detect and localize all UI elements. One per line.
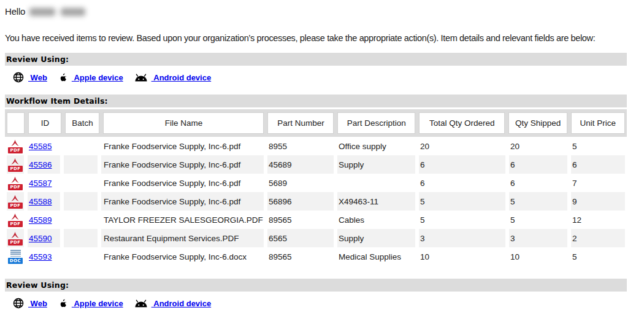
- acrobat-glyph: [10, 139, 20, 147]
- pdf-badge: PDF: [8, 166, 22, 172]
- batch-cell: [64, 229, 98, 247]
- icon-cell: PDF: [7, 192, 24, 211]
- total-qty-ordered-cell: 5: [419, 211, 505, 229]
- android-device-link[interactable]: Android device: [151, 299, 212, 308]
- review-links-row-bottom: Web Apple device Android device: [5, 296, 627, 311]
- icon-cell: DOC: [7, 247, 24, 266]
- acrobat-glyph: [10, 213, 20, 220]
- intro-text: You have received items to review. Based…: [5, 33, 627, 43]
- total-qty-ordered-cell: 20: [419, 137, 505, 155]
- part-number-cell: 89565: [267, 247, 334, 266]
- table-row: PDF45588Franke Foodservice Supply, Inc-6…: [5, 192, 627, 211]
- item-id-link[interactable]: 45593: [29, 252, 52, 261]
- table-body: PDF45585Franke Foodservice Supply, Inc-6…: [5, 137, 627, 266]
- workflow-items-table: IDBatchFile NamePart NumberPart Descript…: [5, 109, 627, 266]
- batch-cell: [64, 211, 98, 229]
- part-number-cell: 5689: [267, 174, 334, 192]
- qty-shipped-cell: 5: [509, 192, 567, 211]
- doc-badge: DOC: [8, 258, 23, 264]
- unit-price-cell: 2: [571, 229, 625, 247]
- unit-price-cell: 6: [571, 155, 625, 174]
- android-icon: [134, 73, 148, 82]
- total-qty-ordered-cell: 3: [419, 229, 505, 247]
- pdf-badge: PDF: [8, 184, 22, 190]
- apple-device-link[interactable]: Apple device: [72, 299, 123, 308]
- apple-device-link[interactable]: Apple device: [72, 73, 123, 82]
- table-row: PDF45590Restaurant Equipment Services.PD…: [5, 229, 627, 247]
- id-cell: 45586: [28, 155, 60, 174]
- qty-shipped-cell: 5: [509, 211, 567, 229]
- item-id-link[interactable]: 45590: [29, 234, 52, 243]
- column-header-id: ID: [28, 112, 61, 134]
- table-header-row: IDBatchFile NamePart NumberPart Descript…: [5, 109, 627, 137]
- review-links-row-top: Web Apple device Android device: [5, 70, 627, 85]
- part-description-cell: [337, 174, 415, 192]
- total-qty-ordered-cell: 10: [419, 247, 505, 266]
- file-name-cell: TAYLOR FREEZER SALESGEORGIA.PDF: [101, 211, 264, 229]
- file-name-cell: Franke Foodservice Supply, Inc-6.pdf: [101, 174, 264, 192]
- apple-icon: [58, 72, 68, 82]
- acrobat-glyph: [10, 231, 20, 239]
- column-header-part-number: Part Number: [267, 112, 334, 134]
- pdf-badge: PDF: [8, 203, 22, 209]
- column-header-batch: Batch: [65, 112, 99, 134]
- item-id-link[interactable]: 45589: [29, 215, 52, 225]
- batch-cell: [64, 174, 98, 192]
- id-cell: 45593: [28, 247, 60, 266]
- workflow-details-header: Workflow Item Details:: [5, 95, 627, 107]
- part-description-cell: Medical Supplies: [337, 247, 415, 266]
- recipient-name-redacted: [29, 8, 85, 16]
- web-link[interactable]: Web: [28, 73, 47, 82]
- pdf-file-icon: PDF: [8, 158, 22, 172]
- icon-cell: PDF: [7, 229, 24, 247]
- apple-icon: [58, 298, 68, 308]
- item-id-link[interactable]: 45586: [29, 160, 52, 169]
- greeting-text: Hello: [5, 6, 25, 17]
- batch-cell: [64, 247, 98, 266]
- part-number-cell: 89565: [267, 211, 334, 229]
- part-description-cell: Supply: [337, 229, 415, 247]
- batch-cell: [64, 137, 98, 155]
- id-cell: 45585: [28, 137, 60, 155]
- part-number-cell: 56896: [267, 192, 334, 211]
- total-qty-ordered-cell: 5: [419, 192, 505, 211]
- total-qty-ordered-cell: 6: [419, 155, 505, 174]
- item-id-link[interactable]: 45588: [29, 197, 52, 206]
- android-icon: [134, 299, 148, 308]
- pdf-file-icon: PDF: [8, 195, 22, 209]
- batch-cell: [64, 192, 98, 211]
- acrobat-glyph: [10, 195, 20, 202]
- table-row: PDF45587Franke Foodservice Supply, Inc-6…: [5, 174, 627, 192]
- id-cell: 45589: [28, 211, 60, 229]
- unit-price-cell: 12: [571, 211, 625, 229]
- part-description-cell: Office supply: [337, 137, 415, 155]
- pdf-badge: PDF: [8, 221, 22, 227]
- android-device-link[interactable]: Android device: [151, 73, 212, 82]
- part-number-cell: 45689: [267, 155, 334, 174]
- item-id-link[interactable]: 45585: [29, 142, 52, 151]
- pdf-file-icon: PDF: [8, 176, 22, 190]
- document-lines-glyph: [10, 250, 21, 257]
- column-header-unit-price: Unit Price: [571, 112, 625, 134]
- part-description-cell: Cables: [337, 211, 415, 229]
- batch-cell: [64, 155, 98, 174]
- email-body: Hello You have received items to review.…: [0, 0, 627, 311]
- icon-cell: PDF: [7, 211, 24, 229]
- greeting-line: Hello: [5, 5, 627, 17]
- part-description-cell: Supply: [337, 155, 415, 174]
- pdf-badge: PDF: [8, 239, 22, 246]
- acrobat-glyph: [10, 158, 20, 165]
- icon-cell: PDF: [7, 174, 24, 192]
- doc-file-icon: DOC: [8, 250, 23, 264]
- file-name-cell: Restaurant Equipment Services.PDF: [101, 229, 264, 247]
- pdf-file-icon: PDF: [8, 139, 22, 153]
- qty-shipped-cell: 10: [509, 247, 567, 266]
- id-cell: 45587: [28, 174, 60, 192]
- unit-price-cell: 5: [571, 137, 625, 155]
- web-link[interactable]: Web: [28, 299, 47, 308]
- pdf-file-icon: PDF: [8, 231, 22, 246]
- unit-price-cell: 7: [571, 174, 625, 192]
- file-name-cell: Franke Foodservice Supply, Inc-6.pdf: [101, 155, 264, 174]
- item-id-link[interactable]: 45587: [29, 179, 52, 188]
- column-header-total-qty-ordered: Total Qty Ordered: [419, 112, 505, 134]
